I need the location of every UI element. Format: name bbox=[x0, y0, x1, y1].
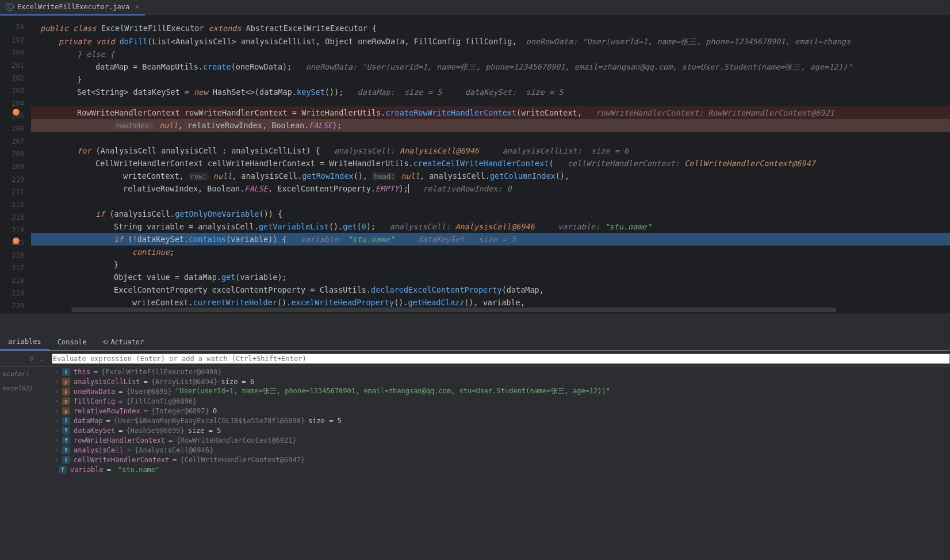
breakpoint-icon[interactable] bbox=[13, 237, 20, 244]
code-line: ExcelContentProperty excelContentPropert… bbox=[31, 283, 950, 296]
execution-line: if (!dataKeySet.contains(variable)) { va… bbox=[31, 233, 950, 246]
code-area[interactable]: public class ExcelWriteFillExecutor exte… bbox=[31, 16, 950, 313]
expand-icon[interactable]: › bbox=[55, 437, 59, 443]
variable-type: {ExcelWriteFillExecutor@6900} bbox=[101, 368, 222, 376]
variable-value: size = 5 bbox=[308, 417, 342, 425]
variable-type: {AnalysisCell@6946} bbox=[135, 446, 213, 454]
variable-row[interactable]: ›frowWriteHandlerContext = {RowWriteHand… bbox=[53, 435, 950, 445]
line-number: 206 bbox=[12, 125, 24, 133]
filter-icon[interactable]: ▽ bbox=[30, 355, 34, 363]
variable-name: dataKeySet bbox=[74, 427, 115, 435]
variable-type: {User$$BeanMapByEasyExcelCGLIB$$a55e78f1… bbox=[114, 417, 305, 425]
variable-row[interactable]: ›fanalysisCell = {AnalysisCell@6946} bbox=[53, 445, 950, 455]
variable-type: {Integer@6897} bbox=[151, 407, 209, 415]
code-line: Object value = dataMap.get(variable); bbox=[31, 271, 950, 283]
code-line: } bbox=[31, 258, 950, 271]
variable-name: rowWriteHandlerContext bbox=[74, 436, 165, 444]
line-number: 202 bbox=[12, 74, 24, 82]
variable-name: variable bbox=[70, 466, 104, 474]
code-line: rowIndex: null, relativeRowIndex, Boolea… bbox=[31, 119, 950, 132]
code-line: continue; bbox=[31, 246, 950, 258]
code-line: relativeRowIndex, Boolean.FALSE, ExcelCo… bbox=[31, 182, 950, 195]
code-line: if (analysisCell.getOnlyOneVariable()) { bbox=[31, 208, 950, 220]
parameter-icon: p bbox=[62, 397, 70, 405]
parameter-icon: p bbox=[62, 388, 70, 396]
horizontal-scrollbar[interactable] bbox=[71, 308, 836, 312]
line-number: 207 bbox=[12, 137, 24, 145]
code-editor[interactable]: 54 192 200 201 202 203 204 205 206 207 2… bbox=[0, 16, 950, 313]
tab-variables[interactable]: ariables bbox=[0, 334, 49, 350]
variable-name: this bbox=[74, 368, 90, 376]
expand-icon[interactable]: › bbox=[55, 378, 59, 385]
code-line: writeContext, row: null, analysisCell.ge… bbox=[31, 170, 950, 182]
variable-value: size = 6 bbox=[221, 378, 254, 386]
close-icon[interactable]: × bbox=[135, 3, 139, 11]
field-icon: f bbox=[62, 427, 70, 435]
variable-row[interactable]: ›fdataKeySet = {HashSet@6899} size = 5 bbox=[53, 425, 950, 435]
variable-value: 0 bbox=[213, 407, 217, 415]
variable-row[interactable]: ›fthis = {ExcelWriteFillExecutor@6900} bbox=[53, 367, 950, 377]
line-number: 209 bbox=[12, 163, 24, 171]
line-number: 214 bbox=[12, 226, 24, 234]
variable-row[interactable]: ›prelativeRowIndex = {Integer@6897} 0 bbox=[53, 406, 950, 416]
code-line: } else { bbox=[31, 48, 950, 60]
line-number: 218 bbox=[12, 277, 24, 285]
variable-type: {HashSet@6899} bbox=[127, 427, 185, 435]
line-number: 220 bbox=[12, 302, 24, 310]
parameter-icon: p bbox=[62, 378, 70, 386]
line-number: 219 bbox=[12, 289, 24, 297]
variable-value: "stu.name" bbox=[118, 466, 159, 474]
variable-type: {RowWriteHandlerContext@6921} bbox=[176, 436, 297, 444]
expand-icon[interactable]: › bbox=[55, 408, 59, 414]
line-number: 201 bbox=[12, 62, 24, 70]
variable-row[interactable]: ›poneRowData = {User@6895} "User(userId=… bbox=[53, 386, 950, 396]
line-number: 210 bbox=[12, 175, 24, 183]
line-number: 203 bbox=[12, 87, 24, 95]
expand-icon[interactable]: › bbox=[55, 457, 59, 463]
expand-icon[interactable]: › bbox=[55, 398, 59, 404]
variable-name: analysisCellList bbox=[74, 378, 140, 386]
stack-frame[interactable]: excel02) bbox=[0, 381, 26, 396]
code-line: Set<String> dataKeySet = new HashSet<>(d… bbox=[31, 86, 950, 98]
code-line: private void doFill(List<AnalysisCell> a… bbox=[31, 35, 950, 48]
variable-row[interactable]: ›fcellWriteHandlerContext = {CellWriteHa… bbox=[53, 455, 950, 465]
breakpoint-icon[interactable] bbox=[13, 109, 20, 116]
line-number: 212 bbox=[12, 201, 24, 209]
line-number: 216 bbox=[12, 251, 24, 259]
line-number: 213 bbox=[12, 213, 24, 221]
variable-row[interactable]: ›pfillConfig = {FillConfig@6896} bbox=[53, 396, 950, 406]
variable-row[interactable]: ›panalysisCellList = {ArrayList@6894} si… bbox=[53, 377, 950, 386]
field-icon: f bbox=[62, 456, 70, 464]
code-line: } bbox=[31, 73, 950, 86]
variables-tree[interactable]: ›fthis = {ExcelWriteFillExecutor@6900}›p… bbox=[53, 367, 950, 560]
tab-bar: C ExcelWriteFillExecutor.java × bbox=[0, 0, 950, 16]
editor-tab[interactable]: C ExcelWriteFillExecutor.java × bbox=[0, 0, 145, 16]
parameter-icon: p bbox=[62, 407, 70, 415]
frames-list[interactable]: ecutor) excel02) bbox=[0, 367, 26, 396]
line-number: 192 bbox=[12, 36, 24, 44]
variable-type: {FillConfig@6896} bbox=[127, 397, 197, 405]
chevron-down-icon[interactable]: ⌄ bbox=[40, 355, 44, 363]
expand-icon[interactable]: › bbox=[55, 369, 59, 375]
line-number: 54 bbox=[16, 23, 24, 31]
code-line: CellWriteHandlerContext cellWriteHandler… bbox=[31, 157, 950, 170]
evaluate-input[interactable] bbox=[52, 354, 950, 364]
variable-row[interactable]: ›fdataMap = {User$$BeanMapByEasyExcelCGL… bbox=[53, 416, 950, 425]
variable-row[interactable]: fvariable = "stu.name" bbox=[53, 465, 950, 474]
variable-type: {CellWriteHandlerContext@6947} bbox=[180, 456, 305, 464]
expand-icon[interactable]: › bbox=[55, 388, 59, 394]
tab-console[interactable]: Console bbox=[49, 335, 95, 350]
debug-tabs: ariables Console ⟲Actuator bbox=[0, 333, 950, 351]
evaluate-row: ▽ ⌄ bbox=[0, 351, 950, 367]
tab-actuator[interactable]: ⟲Actuator bbox=[94, 335, 152, 350]
line-number: 200 bbox=[12, 49, 24, 57]
expand-icon[interactable]: › bbox=[55, 417, 59, 424]
code-line: RowWriteHandlerContext rowWriteHandlerCo… bbox=[31, 106, 950, 119]
expand-icon[interactable]: › bbox=[55, 447, 59, 453]
variable-name: cellWriteHandlerContext bbox=[74, 456, 169, 464]
expand-icon[interactable]: › bbox=[55, 427, 59, 434]
field-icon: f bbox=[62, 436, 70, 444]
variable-value: "User(userId=1, name=张三, phone=123456789… bbox=[175, 386, 610, 396]
field-icon: f bbox=[59, 466, 67, 474]
stack-frame[interactable]: ecutor) bbox=[0, 367, 26, 381]
